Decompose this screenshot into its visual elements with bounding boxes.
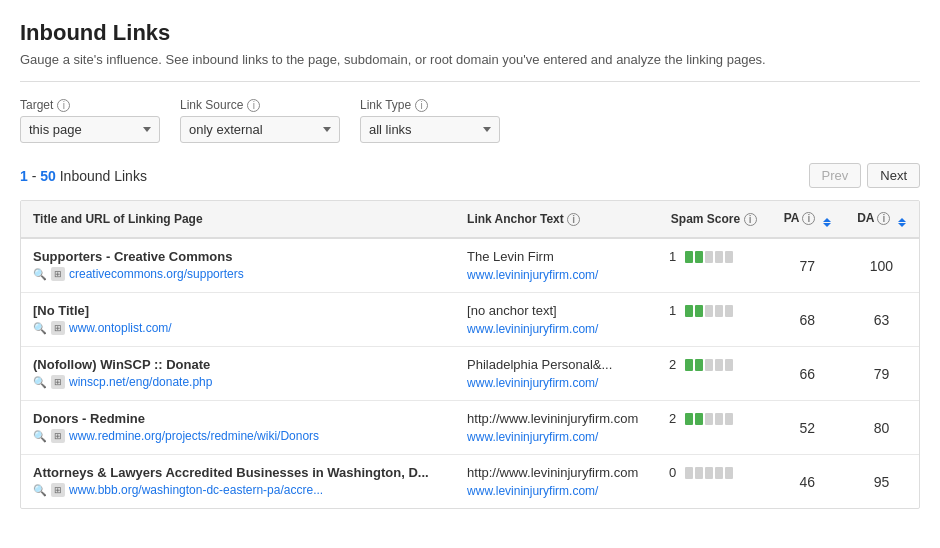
spam-bar-segment [685,305,693,317]
spam-score-value: 2 [669,357,679,372]
table-container: Title and URL of Linking Page Link Ancho… [20,200,920,509]
spam-score-value: 2 [669,411,679,426]
pa-value: 52 [799,420,815,436]
spam-bar-segment [695,251,703,263]
search-icon[interactable]: 🔍 [33,484,47,497]
pagination: Prev Next [809,163,920,188]
spam-cell: 2 [657,401,770,455]
results-header: 1 - 50 Inbound Links Prev Next [20,163,920,188]
page-url-link[interactable]: www.redmine.org/projects/redmine/wiki/Do… [69,429,319,443]
link-source-filter-group: Link Source i only external [180,98,340,143]
page-url-link[interactable]: winscp.net/eng/donate.php [69,375,212,389]
spam-bar-segment [685,251,693,263]
spam-bar-segment [705,467,713,479]
col-pa: PA i [770,201,843,238]
spam-bar-segment [705,359,713,371]
pa-info-icon[interactable]: i [802,212,815,225]
link-type-select[interactable]: all links [360,116,500,143]
page-url-row: 🔍 ⊞ winscp.net/eng/donate.php [33,375,443,389]
col-title-url: Title and URL of Linking Page [21,201,455,238]
da-sort-down-icon [898,223,906,227]
pa-value: 46 [799,474,815,490]
search-icon[interactable]: 🔍 [33,268,47,281]
page-url-row: 🔍 ⊞ www.bbb.org/washington-dc-eastern-pa… [33,483,443,497]
pa-value: 68 [799,312,815,328]
page-url-link[interactable]: creativecommons.org/supporters [69,267,244,281]
target-select[interactable]: this page [20,116,160,143]
link-source-select[interactable]: only external [180,116,340,143]
prev-button[interactable]: Prev [809,163,862,188]
da-sort-icons[interactable] [898,218,906,227]
table-body: Supporters - Creative Commons 🔍 ⊞ creati… [21,238,919,508]
da-value: 79 [874,366,890,382]
spam-score-row: 1 [669,249,758,264]
spam-cell: 1 [657,238,770,293]
anchor-url-link[interactable]: www.levininjuryfirm.com/ [467,376,598,390]
anchor-cell: Philadelphia Personal&... www.levininjur… [455,347,657,401]
page-url-link[interactable]: www.ontoplist.com/ [69,321,172,335]
spam-bar-segment [695,467,703,479]
pa-cell: 46 [770,455,843,509]
spam-score-value: 1 [669,249,679,264]
target-label: Target i [20,98,160,112]
spam-bar-segment [695,359,703,371]
range-start: 1 [20,168,28,184]
anchor-url-link[interactable]: www.levininjuryfirm.com/ [467,430,598,444]
pa-value: 77 [799,258,815,274]
title-url-cell: Supporters - Creative Commons 🔍 ⊞ creati… [21,238,455,293]
spam-bar-segment [685,467,693,479]
results-label: Inbound Links [60,168,147,184]
spam-score-row: 2 [669,357,758,372]
spam-bar-segment [725,413,733,425]
results-count: 1 - 50 Inbound Links [20,168,147,184]
spam-bar-segment [725,467,733,479]
pa-value: 66 [799,366,815,382]
spam-info-icon[interactable]: i [744,213,757,226]
page-url-row: 🔍 ⊞ www.ontoplist.com/ [33,321,443,335]
anchor-text: http://www.levininjuryfirm.com [467,411,645,426]
anchor-cell: The Levin Firm www.levininjuryfirm.com/ [455,238,657,293]
da-value: 100 [870,258,893,274]
page-icon: ⊞ [51,483,65,497]
page-icon: ⊞ [51,321,65,335]
anchor-cell: http://www.levininjuryfirm.com www.levin… [455,401,657,455]
spam-bar-segment [715,305,723,317]
search-icon[interactable]: 🔍 [33,376,47,389]
pa-cell: 68 [770,293,843,347]
title-url-cell: Donors - Redmine 🔍 ⊞ www.redmine.org/pro… [21,401,455,455]
anchor-text: Philadelphia Personal&... [467,357,645,372]
anchor-url-link[interactable]: www.levininjuryfirm.com/ [467,268,598,282]
da-cell: 63 [844,293,919,347]
link-source-info-icon[interactable]: i [247,99,260,112]
spam-bar-segment [715,467,723,479]
spam-bar [685,413,733,425]
spam-bar-segment [725,251,733,263]
search-icon[interactable]: 🔍 [33,430,47,443]
col-da: DA i [844,201,919,238]
title-url-cell: (Nofollow) WinSCP :: Donate 🔍 ⊞ winscp.n… [21,347,455,401]
table-row: Donors - Redmine 🔍 ⊞ www.redmine.org/pro… [21,401,919,455]
search-icon[interactable]: 🔍 [33,322,47,335]
spam-bar-segment [695,305,703,317]
pa-cell: 66 [770,347,843,401]
page-url-row: 🔍 ⊞ www.redmine.org/projects/redmine/wik… [33,429,443,443]
page-url-link[interactable]: www.bbb.org/washington-dc-eastern-pa/acc… [69,483,323,497]
pa-cell: 77 [770,238,843,293]
da-info-icon[interactable]: i [877,212,890,225]
anchor-info-icon[interactable]: i [567,213,580,226]
table-row: (Nofollow) WinSCP :: Donate 🔍 ⊞ winscp.n… [21,347,919,401]
link-type-filter-group: Link Type i all links [360,98,500,143]
next-button[interactable]: Next [867,163,920,188]
link-type-info-icon[interactable]: i [415,99,428,112]
page-icon: ⊞ [51,267,65,281]
table-header-row: Title and URL of Linking Page Link Ancho… [21,201,919,238]
spam-score-value: 1 [669,303,679,318]
anchor-url-link[interactable]: www.levininjuryfirm.com/ [467,322,598,336]
da-cell: 80 [844,401,919,455]
da-value: 95 [874,474,890,490]
spam-bar-segment [715,359,723,371]
pa-sort-icons[interactable] [823,218,831,227]
anchor-url-link[interactable]: www.levininjuryfirm.com/ [467,484,598,498]
target-info-icon[interactable]: i [57,99,70,112]
anchor-text: [no anchor text] [467,303,645,318]
